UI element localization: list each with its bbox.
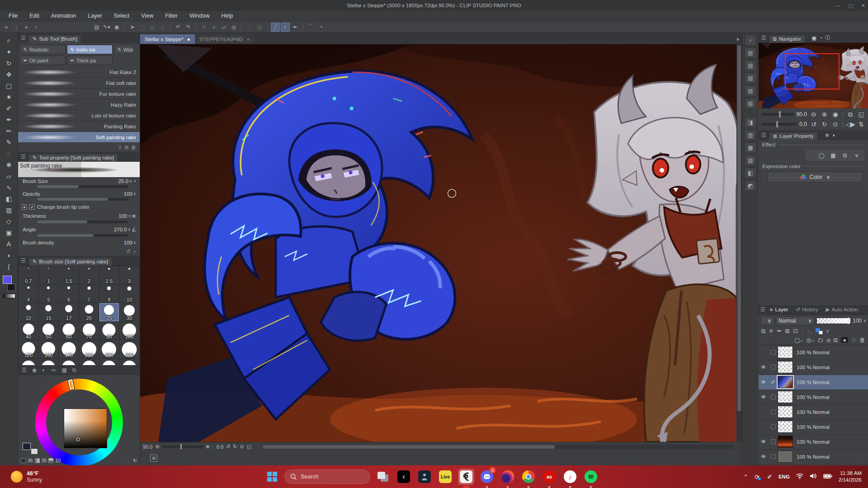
brush-item[interactable]: Hazy Rake — [18, 99, 140, 110]
size-cell[interactable]: 12 — [19, 303, 38, 321]
refresh-icon[interactable]: ↻ — [133, 458, 137, 463]
selection-tool[interactable]: ▢ — [2, 80, 16, 91]
brush-item[interactable]: Fur texture rake — [18, 89, 140, 99]
menu-layer[interactable]: Layer — [82, 13, 108, 19]
history-tab-icon[interactable]: ⧉ — [72, 367, 76, 373]
nav-zoom-in-icon[interactable]: ⊕ — [821, 110, 829, 118]
item-bank-icon[interactable]: ◔ — [819, 35, 822, 41]
language-indicator[interactable]: ENG — [778, 474, 790, 479]
group-oil-paint[interactable]: ✒Oil paint — [20, 56, 66, 65]
size-cell[interactable]: 2 — [79, 266, 99, 284]
weather-widget[interactable]: 46°F Sunny — [11, 470, 42, 483]
search-input[interactable] — [301, 474, 355, 480]
dyn-icon[interactable]: ≋ — [132, 213, 136, 219]
layer-thumbnail[interactable] — [778, 361, 793, 373]
size-cell[interactable]: 70 — [79, 322, 99, 340]
line-tool-icon[interactable]: ╱ — [271, 23, 280, 32]
gradient-tool[interactable]: ▥ — [2, 204, 16, 216]
navigator-view-rect[interactable] — [785, 53, 840, 89]
dock-material-2[interactable]: ▤ — [745, 60, 756, 71]
reset-icon[interactable]: ↺ — [127, 249, 131, 254]
clock[interactable]: 11:38 AM 2/14/2026 — [839, 470, 862, 483]
swatch-strip[interactable] — [3, 294, 15, 298]
reset-rotation-icon[interactable]: ⊙ — [240, 444, 244, 450]
tab-layer[interactable]: ≡Layer — [767, 307, 791, 312]
angle-icon[interactable]: ∠ — [132, 226, 136, 233]
zoom-tool[interactable]: ⌕ — [2, 35, 16, 46]
pencil-tool[interactable]: ✏ — [2, 125, 16, 136]
layer-thumbnail[interactable] — [778, 450, 793, 463]
panel-menu-icon[interactable]: ☰ — [21, 258, 26, 264]
expand-icon[interactable]: + — [22, 204, 27, 210]
fit-screen-icon[interactable]: ◱ — [247, 444, 251, 450]
ruler-range-icon[interactable]: ◺ — [808, 328, 812, 334]
dock-material-3[interactable]: ▤ — [745, 73, 756, 84]
opacity-slider[interactable] — [37, 198, 128, 201]
visibility-icon[interactable]: 👁 — [759, 439, 769, 445]
quick-access-icon[interactable]: ⊞ — [150, 455, 157, 462]
maximize-button[interactable]: ▢ — [848, 3, 853, 9]
angle-value[interactable]: 270.0 — [114, 227, 127, 232]
panel-menu-icon[interactable]: ☰ — [761, 132, 766, 138]
compass-icon[interactable]: ◎ — [229, 23, 238, 32]
size-cell[interactable]: 3 — [119, 266, 139, 284]
pen-tool[interactable]: ✒ — [2, 114, 16, 125]
menu-select[interactable]: Select — [108, 13, 136, 19]
size-cell[interactable]: 0.7 — [19, 266, 38, 284]
nav-flip-v-icon[interactable]: ⇅ — [857, 120, 865, 128]
blend-tool[interactable]: ∿ — [2, 182, 16, 193]
dock-quick-access[interactable]: ⌕ — [745, 35, 756, 46]
layer-opacity-value[interactable]: 100 — [853, 318, 862, 324]
swatch-tab-icon[interactable]: ▦ — [62, 367, 67, 373]
tab-stellar-x-steppe[interactable]: Stellar x Steppe*● — [140, 34, 195, 44]
expression-color-dropdown[interactable]: Color ∨ — [768, 172, 863, 183]
group-thick-paint[interactable]: ✒Thick pa — [67, 56, 113, 65]
layer-opacity-slider[interactable] — [816, 318, 851, 324]
spinner-icon[interactable]: ▲▼ — [128, 214, 131, 218]
menu-file[interactable]: File — [3, 13, 24, 19]
group-india-ink[interactable]: ✎India ink — [67, 45, 113, 54]
pan-hand-tool[interactable]: ✦ — [2, 46, 16, 57]
size-cell[interactable]: 1 — [39, 266, 59, 284]
app-lastfm[interactable]: as — [541, 469, 557, 485]
menu-filter[interactable]: Filter — [159, 13, 184, 19]
close-tab-icon[interactable]: × — [247, 37, 250, 42]
pen-tool-icon[interactable]: ✒ — [291, 23, 300, 32]
close-button[interactable]: ✕ — [861, 3, 865, 9]
size-cell-selected[interactable]: 25 — [99, 303, 119, 321]
rotate-canvas-tool[interactable]: ↻ — [2, 57, 16, 69]
zoom-slider[interactable] — [162, 446, 203, 448]
brush-item[interactable]: Lots of texture rake — [18, 110, 140, 121]
nav-rotate-cw-icon[interactable]: ↻ — [821, 120, 829, 128]
app-live[interactable]: Live — [437, 469, 453, 485]
layer-row[interactable]: 100 % Normal — [759, 345, 868, 360]
background-color-swatch[interactable] — [7, 284, 15, 291]
select-border-icon[interactable]: ⬚ — [245, 23, 254, 32]
size-cell[interactable]: 300 — [119, 340, 139, 358]
size-cell[interactable]: 120 — [19, 340, 38, 358]
eraser-tool[interactable]: ▱ — [2, 170, 16, 182]
visibility-icon[interactable]: 👁 — [759, 364, 769, 371]
brush-size-value[interactable]: 25.0 — [118, 178, 128, 184]
size-cell[interactable]: 30 — [119, 303, 139, 321]
blend-mode-dropdown[interactable]: Normal∨ — [776, 316, 815, 325]
brush-size-slider[interactable] — [37, 185, 128, 188]
minimize-button[interactable]: — — [835, 3, 840, 8]
size-cell[interactable]: 5 — [39, 285, 59, 303]
panel-menu-icon[interactable]: ☰ — [22, 367, 27, 373]
snap-special-icon[interactable]: ◈ — [209, 23, 218, 32]
nav-zoom-out-icon[interactable]: ⊖ — [810, 110, 818, 118]
rotate-ccw-icon[interactable]: ↺ — [226, 444, 230, 450]
menu-view[interactable]: View — [135, 13, 159, 19]
object-cursor-icon[interactable]: ➤ — [128, 23, 137, 32]
color-wheel-tab-icon[interactable]: ◉ — [32, 367, 37, 373]
nav-rotate-ccw-icon[interactable]: ↺ — [810, 120, 818, 128]
hue-marker[interactable] — [68, 379, 74, 390]
menu-animation[interactable]: Animation — [45, 13, 82, 19]
back-icon[interactable]: ‹ — [32, 23, 41, 32]
size-cell[interactable]: 100 — [119, 322, 139, 340]
ruler-icon[interactable]: ⌒ — [307, 23, 316, 32]
lock-layer-icon[interactable]: ⊠ — [785, 328, 790, 334]
mixer-tab-icon[interactable]: ≔ — [51, 367, 57, 373]
foreground-color-swatch[interactable] — [3, 276, 12, 284]
